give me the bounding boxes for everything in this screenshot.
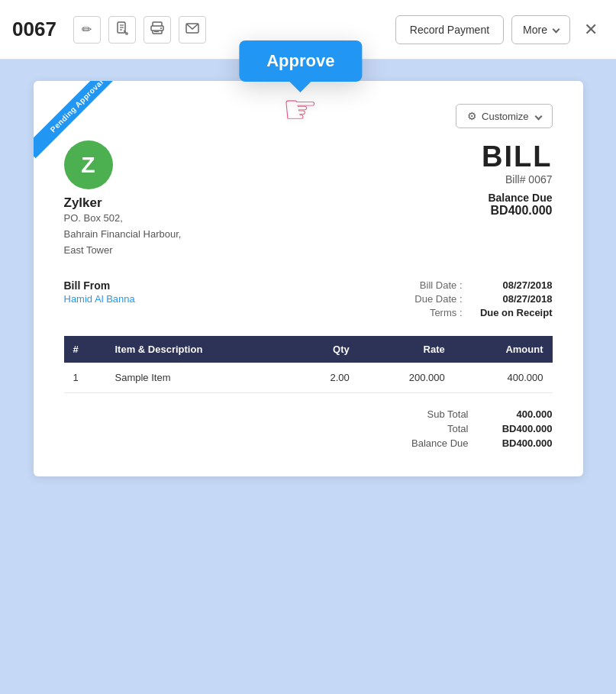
email-button[interactable] (179, 16, 206, 44)
svg-point-4 (125, 32, 128, 35)
sub-total-row: Sub Total 400.000 (339, 408, 553, 420)
bill-details-table: Bill Date : 08/27/2018 Due Date : 08/27/… (394, 279, 553, 321)
edit-icon: ✏ (82, 22, 92, 37)
gear-icon: ⚙ (467, 110, 477, 122)
main-area: Pending Approval ⚙ Customize Z Zylker (0, 60, 616, 694)
sub-total-value: 400.000 (484, 408, 553, 420)
more-label: More (523, 24, 547, 36)
total-label: Total (392, 423, 469, 434)
cell-qty: 2.00 (292, 363, 359, 393)
vendor-address: PO. Box 502, Bahrain Financial Harbour, … (64, 211, 182, 258)
cell-description: Sample Item (105, 363, 292, 393)
print-icon (150, 21, 164, 38)
bill-header: Z Zylker PO. Box 502, Bahrain Financial … (64, 140, 553, 258)
more-button[interactable]: More (511, 15, 570, 44)
customize-button[interactable]: ⚙ Customize (456, 104, 552, 128)
chevron-down-icon (534, 112, 542, 120)
cell-amount: 400.000 (454, 363, 553, 393)
ribbon-wrapper: Pending Approval (34, 81, 118, 165)
close-button[interactable]: ✕ (578, 17, 604, 43)
vendor-name: Zylker (64, 195, 182, 211)
toolbar: 0067 ✏ (0, 0, 616, 60)
svg-point-10 (160, 27, 162, 29)
bill-number-label: Bill# 0067 (482, 173, 552, 186)
terms-label: Terms : (394, 307, 463, 318)
bill-date-value: 08/27/2018 (476, 279, 553, 291)
invoice-card: Pending Approval ⚙ Customize Z Zylker (34, 81, 583, 476)
customize-label: Customize (482, 111, 528, 122)
bill-from-block: Bill From Hamid Al Banna (64, 279, 135, 305)
chevron-down-icon (553, 26, 560, 34)
total-row: Total BD400.000 (339, 423, 553, 434)
sub-total-label: Sub Total (392, 408, 469, 420)
bill-from-link[interactable]: Hamid Al Banna (64, 293, 135, 305)
edit-button[interactable]: ✏ (73, 16, 101, 44)
bill-title-block: BILL Bill# 0067 Balance Due BD400.000 (482, 140, 552, 218)
cell-rate: 200.000 (359, 363, 454, 393)
approve-popup: Approve ☞ (239, 40, 362, 129)
cell-num: 1 (64, 363, 106, 393)
balance-due-amount: BD400.000 (482, 204, 552, 218)
record-payment-button[interactable]: Record Payment (395, 15, 504, 44)
totals-block: Sub Total 400.000 Total BD400.000 Balanc… (64, 408, 553, 449)
balance-due-row-value: BD400.000 (484, 437, 553, 449)
col-num: # (64, 336, 106, 363)
print-button[interactable] (144, 16, 171, 44)
total-value: BD400.000 (484, 423, 553, 434)
pending-approval-ribbon: Pending Approval (34, 81, 118, 158)
attachment-icon (116, 21, 128, 38)
col-rate: Rate (359, 336, 454, 363)
bill-meta-row: Bill From Hamid Al Banna Bill Date : 08/… (64, 279, 553, 321)
terms-value: Due on Receipt (476, 307, 553, 318)
table-row: 1 Sample Item 2.00 200.000 400.000 (64, 363, 553, 393)
col-amount: Amount (454, 336, 553, 363)
bill-number: 0067 (12, 18, 56, 41)
cursor-hand-icon: ☞ (282, 89, 318, 129)
balance-due-label: Balance Due (482, 192, 552, 204)
col-qty: Qty (292, 336, 359, 363)
bill-date-label: Bill Date : (394, 279, 463, 291)
balance-due-block: Balance Due BD400.000 (482, 192, 552, 218)
due-date-value: 08/27/2018 (476, 293, 553, 305)
email-icon (185, 23, 199, 37)
balance-due-row: Balance Due BD400.000 (339, 437, 553, 449)
balance-due-row-label: Balance Due (392, 437, 469, 449)
vendor-address-line3: East Tower (64, 243, 182, 259)
bill-title: BILL (482, 140, 552, 173)
col-description: Item & Description (105, 336, 292, 363)
approve-popup-label: Approve (266, 51, 334, 70)
attachment-button[interactable] (108, 16, 136, 44)
vendor-address-line1: PO. Box 502, (64, 211, 182, 227)
vendor-address-line2: Bahrain Financial Harbour, (64, 227, 182, 243)
bill-from-label: Bill From (64, 279, 135, 292)
due-date-label: Due Date : (394, 293, 463, 305)
svg-rect-8 (154, 31, 159, 32)
items-table: # Item & Description Qty Rate Amount 1 S… (64, 336, 553, 393)
